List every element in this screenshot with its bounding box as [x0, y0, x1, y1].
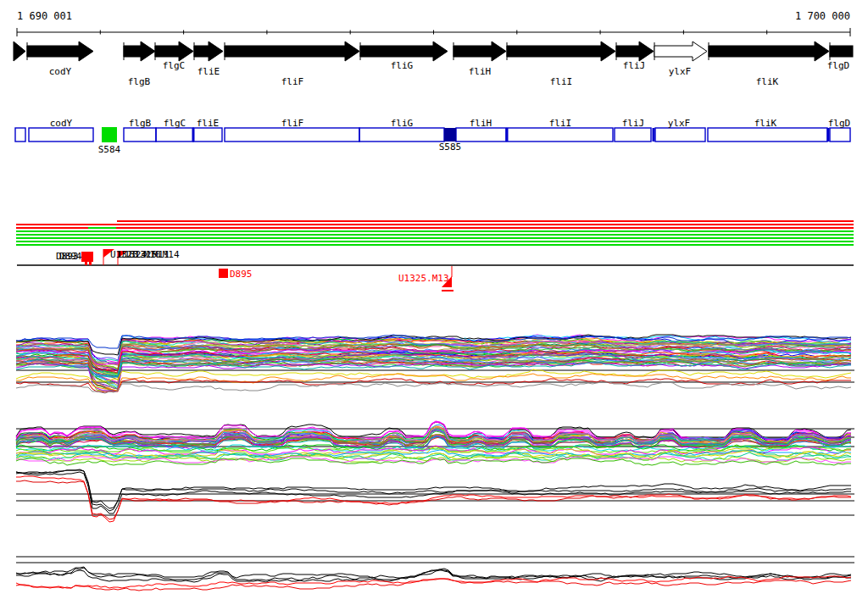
gene-arrow-fliF[interactable] [225, 42, 359, 61]
gene-arrow-codY[interactable] [27, 42, 93, 61]
gene-box-label-fliH: fliH [470, 118, 492, 129]
box-thick-separator [827, 128, 830, 142]
gene-box-label-fliK: fliK [754, 118, 777, 129]
ruler-end-label: 1 700 000 [795, 10, 850, 22]
marker-S585[interactable] [444, 128, 456, 142]
gene-label-fliF: fliF [281, 76, 304, 87]
comparison-track-trace [16, 470, 851, 508]
gene-box-label-fliI: fliI [549, 118, 572, 129]
gene-box-codY[interactable] [29, 128, 93, 142]
box-thick-separator [506, 128, 509, 142]
comparison-track-trace [16, 480, 851, 519]
gene-arrow-flgB[interactable] [124, 42, 155, 61]
gene-box-fliE[interactable] [193, 128, 222, 142]
primer-label-D894[interactable]: D894 [59, 251, 82, 262]
bottom-track-trace [16, 567, 851, 580]
gene-label-fliK: fliK [756, 76, 779, 87]
marker-label-S584: S584 [98, 144, 121, 155]
bottom-track-trace [16, 576, 851, 588]
comparison-track-trace [16, 469, 851, 511]
bottom-track-trace [16, 579, 851, 591]
gene-arrow-ylxF[interactable] [654, 42, 707, 61]
gene-box-label-ylxF: ylxF [668, 118, 691, 129]
gene-arrow-partial[interactable] [14, 42, 25, 61]
gene-box-label-codY: codY [50, 118, 73, 129]
comparison-track-trace [16, 472, 851, 513]
primer-label-U1325-M13[interactable]: U1325.M13 [398, 273, 449, 284]
gene-label-flgD: flgD [827, 60, 850, 71]
gene-box-label-fliG: fliG [391, 118, 414, 129]
primer-box[interactable] [81, 252, 93, 262]
gene-arrow-flgD[interactable] [830, 46, 853, 57]
gene-box-label-fliE: fliE [197, 118, 220, 129]
gene-arrow-flgC[interactable] [155, 42, 193, 61]
gene-arrow-fliE[interactable] [194, 42, 223, 61]
gene-arrow-fliI[interactable] [507, 42, 615, 61]
coverage-track-1-trace [16, 382, 851, 393]
bottom-track-trace [16, 569, 851, 582]
gene-box-fliH[interactable] [456, 128, 506, 142]
gene-label-flgB: flgB [128, 76, 151, 87]
gene-box-fliK[interactable] [708, 128, 827, 142]
primer-underline [442, 290, 453, 291]
gene-box-flgC[interactable] [156, 128, 193, 142]
primer-tab [89, 262, 92, 265]
gene-label-fliI: fliI [550, 76, 573, 87]
gene-box-label-flgD: flgD [828, 118, 851, 129]
gene-box-flgB[interactable] [124, 128, 156, 142]
gene-box-label-flgB: flgB [129, 118, 152, 129]
gene-arrow-fliJ[interactable] [616, 42, 654, 61]
gene-label-fliG: fliG [391, 60, 414, 71]
gene-box-fliI[interactable] [507, 128, 613, 142]
marker-label-S585: S585 [439, 142, 462, 153]
gene-arrow-fliK[interactable] [709, 42, 829, 61]
primer-label-U1325.M14[interactable]: U1325.M14 [129, 249, 180, 260]
gene-arrow-fliG[interactable] [360, 42, 448, 61]
gene-label-flgC: flgC [163, 60, 186, 71]
gene-label-fliE: fliE [198, 66, 220, 77]
gene-box-fliG[interactable] [359, 128, 444, 142]
gene-box-ylxF[interactable] [655, 128, 705, 142]
gene-box-label-fliF: fliF [281, 118, 304, 129]
gene-label-codY: codY [49, 66, 72, 77]
gene-label-fliJ: fliJ [623, 60, 646, 71]
box-thick-separator [653, 128, 655, 142]
gene-label-ylxF: ylxF [669, 66, 692, 77]
gene-arrow-fliH[interactable] [453, 42, 506, 61]
primer-box-D895[interactable] [219, 269, 228, 278]
genome-browser: 1 690 001 1 700 000 codYflgBflgCfliEfliF… [0, 0, 868, 605]
gene-box-label-fliJ: fliJ [622, 118, 645, 129]
gene-box-edge[interactable] [15, 128, 25, 142]
primer-tab [85, 262, 87, 265]
gene-box-label-flgC: flgC [164, 118, 186, 129]
gene-box-fliJ[interactable] [615, 128, 651, 142]
primer-label-D895[interactable]: D895 [230, 269, 253, 280]
marker-S584[interactable] [102, 127, 117, 142]
gene-box-fliF[interactable] [225, 128, 359, 142]
gene-box-flgD[interactable] [830, 128, 850, 142]
gene-label-fliH: fliH [469, 66, 492, 77]
browser-canvas: codYflgBflgCfliEfliFfliGfliHfliIfliJylxF… [0, 0, 868, 605]
box-thick-separator [192, 128, 195, 142]
ruler-start-label: 1 690 001 [17, 10, 72, 22]
